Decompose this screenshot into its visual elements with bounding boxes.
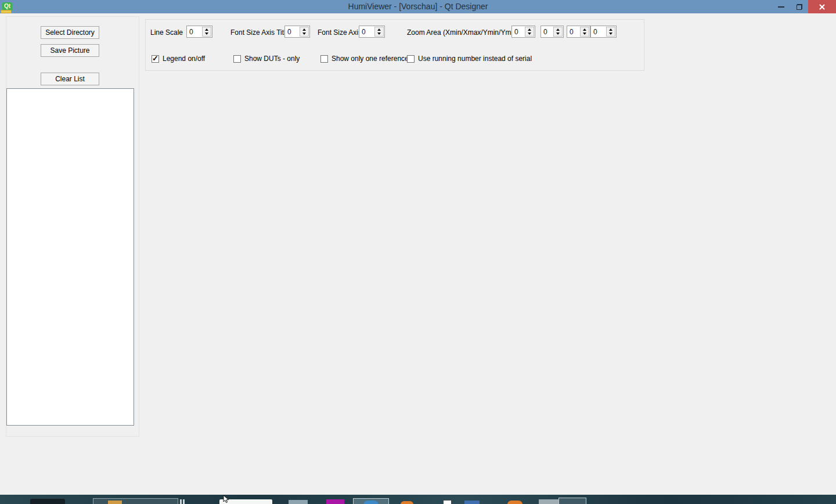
gray-app-icon-2[interactable] xyxy=(539,499,558,504)
line-scale-label: Line Scale xyxy=(150,28,183,37)
zoom-ymin-value[interactable]: 0 xyxy=(567,26,579,37)
zoom-xmax-spinbox[interactable]: 0 xyxy=(540,26,564,38)
checkbox-icon[interactable] xyxy=(320,55,328,63)
selected-app-button[interactable] xyxy=(558,498,586,504)
gray-app-icon[interactable] xyxy=(289,500,308,504)
firefox-icon-2[interactable] xyxy=(507,501,522,504)
zoom-ymax-value[interactable]: 0 xyxy=(591,26,606,37)
spin-up-arrow[interactable] xyxy=(554,27,562,32)
show-one-reference-checkbox[interactable]: Show only one reference xyxy=(320,55,409,63)
spin-down-arrow[interactable] xyxy=(300,32,308,37)
restore-button[interactable] xyxy=(790,0,808,13)
zoom-xmin-value[interactable]: 0 xyxy=(512,26,524,37)
titlebar[interactable]: Qt HumiViewer - [Vorschau] - Qt Designer xyxy=(0,0,836,13)
divider-bars-icon xyxy=(183,499,185,504)
start-corner-icon[interactable] xyxy=(30,499,65,504)
spin-down-arrow[interactable] xyxy=(554,32,562,37)
app-thumbnail-icon xyxy=(108,501,122,504)
spin-down-arrow[interactable] xyxy=(375,32,383,37)
save-picture-button[interactable]: Save Picture xyxy=(41,44,99,57)
font-size-axis-label: Font Size Axis xyxy=(318,28,362,37)
spin-buttons xyxy=(202,27,211,37)
spin-up-arrow[interactable] xyxy=(203,27,211,32)
restore-icon xyxy=(797,4,802,10)
spin-buttons xyxy=(553,27,563,37)
show-duts-only-checkbox[interactable]: Show DUTs - only xyxy=(233,55,300,63)
spin-up-arrow[interactable] xyxy=(300,27,308,32)
firefox-icon[interactable] xyxy=(401,501,413,504)
spin-buttons xyxy=(580,27,589,37)
line-scale-spinbox[interactable]: 0 xyxy=(186,26,212,38)
taskbar[interactable] xyxy=(0,495,836,504)
spin-down-arrow[interactable] xyxy=(203,32,211,37)
spin-buttons xyxy=(606,27,615,37)
spin-buttons xyxy=(525,27,534,37)
mouse-cursor xyxy=(223,495,230,504)
browser-window-button[interactable] xyxy=(353,498,389,504)
font-size-axis-value[interactable]: 0 xyxy=(359,26,374,37)
file-listbox[interactable] xyxy=(6,88,134,426)
legend-checkbox[interactable]: Legend on/off xyxy=(152,55,205,63)
font-size-axis-title-value[interactable]: 0 xyxy=(285,26,299,37)
folder-icon[interactable] xyxy=(464,501,480,504)
divider-bars-icon xyxy=(180,499,182,504)
checkbox-icon[interactable] xyxy=(152,55,159,63)
select-directory-button[interactable]: Select Directory xyxy=(41,26,99,39)
spin-up-arrow[interactable] xyxy=(581,27,589,32)
running-number-checkbox[interactable]: Use running number instead of serial xyxy=(407,55,532,63)
show-one-reference-label: Show only one reference xyxy=(331,55,409,63)
spin-down-arrow[interactable] xyxy=(607,32,615,37)
close-button[interactable] xyxy=(808,0,836,13)
zoom-xmax-value[interactable]: 0 xyxy=(541,26,553,37)
notepad-icon[interactable] xyxy=(443,500,452,504)
magenta-app-icon[interactable] xyxy=(326,499,344,504)
sidebar-panel: Select Directory Save Picture Clear List xyxy=(6,16,139,437)
browser-globe-icon xyxy=(363,501,379,504)
spin-buttons xyxy=(300,27,309,37)
minimize-button[interactable] xyxy=(772,0,790,13)
checkbox-icon[interactable] xyxy=(407,55,415,63)
controls-groupbox: Line Scale 0 Font Size Axis Title 0 Font… xyxy=(145,19,644,71)
zoom-ymax-spinbox[interactable]: 0 xyxy=(590,26,617,38)
spin-down-arrow[interactable] xyxy=(525,32,534,37)
open-window-button[interactable] xyxy=(93,498,178,504)
spin-up-arrow[interactable] xyxy=(525,27,534,32)
running-number-label: Use running number instead of serial xyxy=(418,55,532,63)
legend-checkbox-label: Legend on/off xyxy=(163,55,205,63)
spin-up-arrow[interactable] xyxy=(375,27,383,32)
checkbox-icon[interactable] xyxy=(233,55,241,63)
zoom-ymin-spinbox[interactable]: 0 xyxy=(567,26,590,38)
clear-list-button[interactable]: Clear List xyxy=(41,73,99,85)
spin-down-arrow[interactable] xyxy=(581,32,589,37)
font-size-axis-title-label: Font Size Axis Title xyxy=(230,28,289,37)
font-size-axis-title-spinbox[interactable]: 0 xyxy=(284,26,310,38)
window-title: HumiViewer - [Vorschau] - Qt Designer xyxy=(0,0,836,13)
zoom-area-label: Zoom Area (Xmin/Xmax/Ymin/Ymax) xyxy=(407,28,521,37)
spin-buttons xyxy=(374,27,384,37)
main-content: Select Directory Save Picture Clear List… xyxy=(0,13,836,495)
minimize-icon xyxy=(778,6,784,8)
show-duts-only-label: Show DUTs - only xyxy=(244,55,300,63)
font-size-axis-spinbox[interactable]: 0 xyxy=(359,26,385,38)
spin-up-arrow[interactable] xyxy=(607,27,615,32)
window-controls xyxy=(772,0,836,13)
zoom-xmin-spinbox[interactable]: 0 xyxy=(511,26,535,38)
line-scale-value[interactable]: 0 xyxy=(187,26,201,37)
close-icon xyxy=(819,3,826,10)
